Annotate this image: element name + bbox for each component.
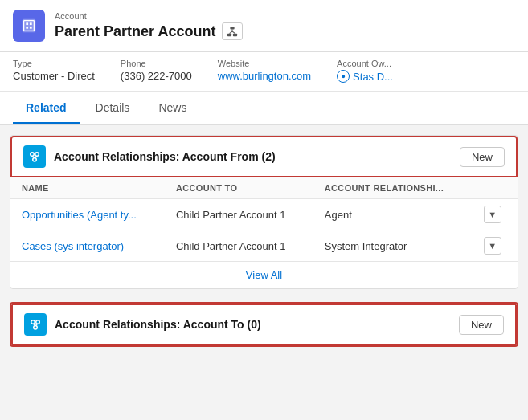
new-account-from-button[interactable]: New bbox=[460, 147, 505, 167]
account-from-table: Name Account To Account Relationshi... O… bbox=[10, 177, 518, 261]
info-phone: Phone (336) 222-7000 bbox=[121, 59, 192, 83]
row1-dropdown-cell: ▼ bbox=[473, 199, 518, 230]
svg-rect-2 bbox=[26, 22, 28, 25]
relationships-icon-2 bbox=[28, 317, 43, 332]
info-bar: Type Customer - Direct Phone (336) 222-7… bbox=[0, 52, 528, 92]
relationships-icon bbox=[27, 149, 42, 164]
row2-dropdown-btn[interactable]: ▼ bbox=[484, 237, 501, 255]
svg-point-18 bbox=[36, 320, 40, 324]
section-from-header-left: Account Relationships: Account From (2) bbox=[23, 145, 276, 168]
info-website: Website www.burlington.com bbox=[218, 59, 311, 83]
info-type: Type Customer - Direct bbox=[13, 59, 95, 83]
table-row: Opportunities (Agent ty... Child Partner… bbox=[10, 199, 518, 230]
hierarchy-button[interactable] bbox=[222, 22, 243, 40]
page-wrapper: Account Parent Partner Account Typ bbox=[0, 0, 528, 420]
website-label: Website bbox=[218, 59, 311, 68]
svg-rect-6 bbox=[231, 27, 235, 30]
section-account-from: Account Relationships: Account From (2) … bbox=[10, 135, 518, 289]
row1-relationship: Agent bbox=[313, 199, 473, 230]
svg-line-10 bbox=[230, 31, 233, 34]
col-account-to: Account To bbox=[165, 177, 313, 199]
row2-relationship: System Integrator bbox=[313, 230, 473, 262]
svg-point-17 bbox=[31, 320, 35, 324]
row1-dropdown-btn[interactable]: ▼ bbox=[484, 206, 501, 223]
phone-label: Phone bbox=[121, 59, 192, 68]
svg-line-11 bbox=[232, 31, 235, 34]
account-breadcrumb: Account bbox=[55, 11, 515, 21]
section-from-header: Account Relationships: Account From (2) … bbox=[10, 136, 518, 177]
account-header: Account Parent Partner Account bbox=[0, 0, 528, 52]
svg-rect-4 bbox=[26, 27, 28, 29]
svg-rect-8 bbox=[233, 34, 237, 37]
svg-point-13 bbox=[35, 153, 39, 157]
section-account-to: Account Relationships: Account To (0) Ne… bbox=[10, 302, 518, 347]
section-from-title: Account Relationships: Account From (2) bbox=[54, 150, 276, 163]
type-label: Type bbox=[13, 59, 95, 68]
account-icon-box bbox=[13, 10, 45, 42]
tab-news[interactable]: News bbox=[145, 92, 199, 124]
svg-point-12 bbox=[31, 153, 35, 157]
svg-point-14 bbox=[33, 158, 37, 162]
section-to-header: Account Relationships: Account To (0) Ne… bbox=[11, 304, 517, 345]
account-from-icon bbox=[23, 145, 46, 168]
section-to-header-left: Account Relationships: Account To (0) bbox=[24, 313, 261, 336]
owner-label: Account Ow... bbox=[337, 59, 393, 68]
account-name-row: Parent Partner Account bbox=[55, 22, 515, 40]
new-account-to-button[interactable]: New bbox=[459, 315, 504, 335]
main-content: Account Relationships: Account From (2) … bbox=[0, 135, 528, 347]
owner-name: Stas D... bbox=[353, 71, 393, 83]
svg-rect-7 bbox=[227, 34, 231, 37]
row2-name[interactable]: Cases (sys intergator) bbox=[10, 230, 165, 262]
view-all-row: View All bbox=[10, 261, 518, 288]
section-to-title: Account Relationships: Account To (0) bbox=[55, 318, 261, 331]
account-to-icon bbox=[24, 313, 47, 336]
row2-account-to: Child Partner Account 1 bbox=[165, 230, 313, 262]
tab-details[interactable]: Details bbox=[83, 92, 143, 124]
col-actions bbox=[473, 177, 518, 199]
account-title-block: Account Parent Partner Account bbox=[55, 11, 515, 40]
view-all-link[interactable]: View All bbox=[246, 269, 282, 281]
owner-value[interactable]: ● Stas D... bbox=[337, 70, 393, 83]
tabs-bar: Related Details News bbox=[0, 92, 528, 125]
phone-value: (336) 222-7000 bbox=[121, 70, 192, 82]
website-link[interactable]: www.burlington.com bbox=[218, 70, 311, 82]
type-value: Customer - Direct bbox=[13, 70, 95, 82]
svg-rect-5 bbox=[30, 27, 32, 29]
row1-account-to: Child Partner Account 1 bbox=[165, 199, 313, 230]
account-title: Parent Partner Account bbox=[55, 23, 215, 40]
row2-dropdown-cell: ▼ bbox=[473, 230, 518, 262]
col-name: Name bbox=[10, 177, 165, 199]
svg-point-19 bbox=[34, 326, 38, 330]
tab-related[interactable]: Related bbox=[13, 92, 80, 124]
info-owner: Account Ow... ● Stas D... bbox=[337, 59, 393, 83]
table-row: Cases (sys intergator) Child Partner Acc… bbox=[10, 230, 518, 262]
building-icon bbox=[20, 17, 38, 35]
row1-name[interactable]: Opportunities (Agent ty... bbox=[10, 199, 165, 230]
owner-avatar-icon: ● bbox=[337, 70, 350, 83]
svg-rect-3 bbox=[30, 22, 32, 25]
col-relationship: Account Relationshi... bbox=[313, 177, 473, 199]
